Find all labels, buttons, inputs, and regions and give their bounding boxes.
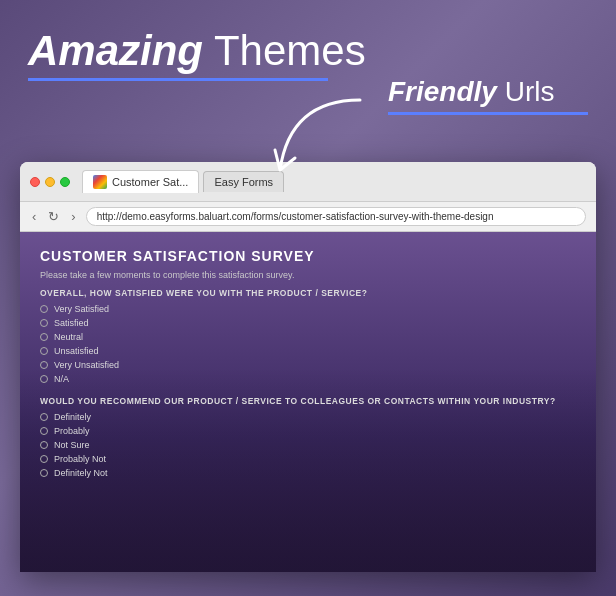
browser-nav: ‹ ↻ › http://demo.easyforms.baluart.com/… (20, 202, 596, 232)
radio-probably-not[interactable] (40, 455, 48, 463)
friendly-urls-section: Friendly Urls (388, 76, 588, 115)
question-2-text: WOULD YOU RECOMMEND OUR PRODUCT / SERVIC… (40, 396, 576, 406)
main-title: Amazing Themes (28, 28, 588, 74)
option-not-sure: Not Sure (40, 440, 576, 450)
question-1-block: OVERALL, HOW SATISFIED WERE YOU WITH THE… (40, 288, 576, 384)
maximize-dot[interactable] (60, 177, 70, 187)
browser-tabs: Customer Sat... Easy Forms (82, 170, 284, 193)
question-2-block: WOULD YOU RECOMMEND OUR PRODUCT / SERVIC… (40, 396, 576, 478)
radio-not-sure[interactable] (40, 441, 48, 449)
radio-satisfied[interactable] (40, 319, 48, 327)
label-satisfied: Satisfied (54, 318, 89, 328)
active-tab-label: Customer Sat... (112, 176, 188, 188)
tab-favicon (93, 175, 107, 189)
radio-probably[interactable] (40, 427, 48, 435)
survey-description: Please take a few moments to complete th… (40, 270, 576, 280)
option-unsatisfied: Unsatisfied (40, 346, 576, 356)
radio-very-unsatisfied[interactable] (40, 361, 48, 369)
option-probably-not: Probably Not (40, 454, 576, 464)
friendly-light: Urls (497, 76, 555, 107)
radio-unsatisfied[interactable] (40, 347, 48, 355)
arrow-icon (260, 90, 390, 190)
form-content: CUSTOMER SATISFACTION SURVEY Please take… (40, 248, 576, 478)
title-light: Themes (203, 27, 366, 74)
option-definitely-not: Definitely Not (40, 468, 576, 478)
label-definitely-not: Definitely Not (54, 468, 108, 478)
option-definitely: Definitely (40, 412, 576, 422)
title-bold: Amazing (28, 27, 203, 74)
label-definitely: Definitely (54, 412, 91, 422)
label-very-satisfied: Very Satisfied (54, 304, 109, 314)
main-content: Amazing Themes Friendly Urls (0, 0, 616, 101)
radio-very-satisfied[interactable] (40, 305, 48, 313)
form-area: CUSTOMER SATISFACTION SURVEY Please take… (20, 232, 596, 572)
label-neutral: Neutral (54, 332, 83, 342)
option-very-unsatisfied: Very Unsatisfied (40, 360, 576, 370)
window-controls (30, 177, 70, 187)
active-tab[interactable]: Customer Sat... (82, 170, 199, 193)
back-button[interactable]: ‹ (30, 209, 38, 224)
survey-title: CUSTOMER SATISFACTION SURVEY (40, 248, 576, 264)
option-neutral: Neutral (40, 332, 576, 342)
question-1-text: OVERALL, HOW SATISFIED WERE YOU WITH THE… (40, 288, 576, 298)
radio-na[interactable] (40, 375, 48, 383)
option-probably: Probably (40, 426, 576, 436)
option-very-satisfied: Very Satisfied (40, 304, 576, 314)
radio-definitely[interactable] (40, 413, 48, 421)
minimize-dot[interactable] (45, 177, 55, 187)
close-dot[interactable] (30, 177, 40, 187)
title-underline (28, 78, 328, 81)
refresh-button[interactable]: ↻ (46, 209, 61, 224)
label-unsatisfied: Unsatisfied (54, 346, 99, 356)
label-probably-not: Probably Not (54, 454, 106, 464)
radio-definitely-not[interactable] (40, 469, 48, 477)
label-na: N/A (54, 374, 69, 384)
header-section: Amazing Themes (28, 28, 588, 81)
url-bar[interactable]: http://demo.easyforms.baluart.com/forms/… (86, 207, 586, 226)
label-very-unsatisfied: Very Unsatisfied (54, 360, 119, 370)
browser-mockup: Customer Sat... Easy Forms ‹ ↻ › http://… (20, 162, 596, 572)
friendly-underline (388, 112, 588, 115)
option-satisfied: Satisfied (40, 318, 576, 328)
option-na: N/A (40, 374, 576, 384)
friendly-bold: Friendly (388, 76, 497, 107)
radio-neutral[interactable] (40, 333, 48, 341)
label-not-sure: Not Sure (54, 440, 90, 450)
label-probably: Probably (54, 426, 90, 436)
friendly-urls-text: Friendly Urls (388, 76, 588, 108)
forward-button[interactable]: › (69, 209, 77, 224)
